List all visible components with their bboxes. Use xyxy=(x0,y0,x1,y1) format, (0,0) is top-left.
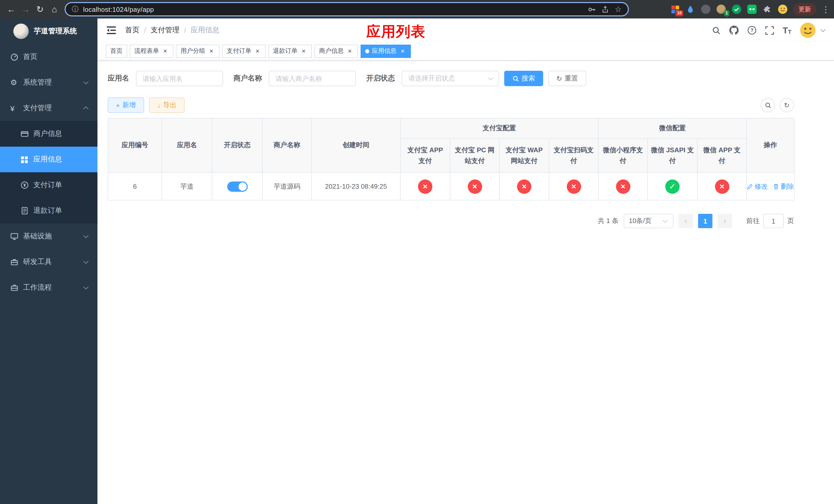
password-key-icon[interactable] xyxy=(588,5,595,13)
breadcrumb-separator: / xyxy=(144,26,146,35)
sidebar-item-merchant-info[interactable]: 商户信息 xyxy=(0,121,97,147)
close-icon[interactable]: × xyxy=(300,47,307,54)
page-size-select[interactable]: 10条/页 xyxy=(624,214,674,228)
sidebar-item-workflow[interactable]: 工作流程 xyxy=(0,275,97,300)
edit-label: 修改 xyxy=(754,182,768,191)
export-button[interactable]: ↓ 导出 xyxy=(149,97,185,113)
app-logo[interactable]: 芋道管理系统 xyxy=(0,19,97,44)
delete-label: 删除 xyxy=(781,182,794,191)
pagination: 共 1 条 10条/页 ‹ 1 › 前往 页 xyxy=(108,214,794,228)
sidebar-item-dev-tools[interactable]: 研发工具 xyxy=(0,249,97,275)
page-title-annotation: 应用列表 xyxy=(366,22,426,42)
extension-check-icon[interactable] xyxy=(731,4,742,14)
status-select[interactable]: 请选择开启状态 xyxy=(402,71,499,86)
chevron-down-icon xyxy=(83,79,88,84)
browser-profile-avatar[interactable] xyxy=(777,4,788,14)
next-page-button[interactable]: › xyxy=(718,214,732,228)
merchant-name-input[interactable] xyxy=(269,71,356,86)
extension-profile-icon[interactable]: 1 xyxy=(716,4,726,14)
tags-view: 首页 流程表单 × 用户分组 × 支付订单 × 退款订单 × xyxy=(97,42,834,61)
group-header-alipay: 支付宝配置 xyxy=(400,118,598,139)
close-icon[interactable]: × xyxy=(208,47,215,54)
sidebar-item-pay[interactable]: ¥ 支付管理 xyxy=(0,95,97,121)
app-name-input[interactable] xyxy=(136,71,223,86)
table-toolbar: + 新增 ↓ 导出 ↻ xyxy=(108,97,794,113)
tab-merchant-info[interactable]: 商户信息 × xyxy=(314,44,358,58)
prev-page-button[interactable]: ‹ xyxy=(679,214,693,228)
breadcrumb-pay[interactable]: 支付管理 xyxy=(151,26,179,35)
alipay-qr-disabled-icon: × xyxy=(567,179,581,193)
sidebar-item-label: 系统管理 xyxy=(23,78,52,87)
wechat-glyph xyxy=(747,5,756,14)
extension-wechat-icon[interactable] xyxy=(747,4,757,14)
browser-forward-button[interactable]: → xyxy=(19,2,33,17)
sidebar-item-system[interactable]: ⚙ 系统管理 xyxy=(0,70,97,95)
share-icon[interactable] xyxy=(601,5,609,13)
col-header-alipay-qr: 支付宝扫码支付 xyxy=(549,139,598,173)
yen-icon: ¥ xyxy=(10,104,23,113)
alipay-app-disabled-icon: × xyxy=(418,179,432,193)
sidebar-item-infra[interactable]: 基础设施 xyxy=(0,224,97,249)
grid-icon xyxy=(21,156,33,163)
goto-page-input[interactable] xyxy=(763,214,784,228)
edit-button[interactable]: 修改 xyxy=(747,182,768,191)
sidebar-item-label: 应用信息 xyxy=(33,155,62,164)
total-count: 共 1 条 xyxy=(598,216,619,226)
tab-label: 应用信息 xyxy=(372,47,396,55)
tab-pay-order[interactable]: 支付订单 × xyxy=(222,44,266,58)
delete-button[interactable]: 删除 xyxy=(773,182,794,191)
extension-drop-icon[interactable] xyxy=(685,4,696,14)
tab-refund-order[interactable]: 退款订单 × xyxy=(268,44,312,58)
bookmark-star-icon[interactable]: ☆ xyxy=(615,5,622,14)
chevron-down-icon[interactable] xyxy=(820,27,826,32)
close-icon[interactable]: × xyxy=(254,47,261,54)
fullscreen-icon[interactable] xyxy=(765,26,774,35)
extension-grid-icon[interactable]: 10 xyxy=(670,4,680,14)
tab-home[interactable]: 首页 xyxy=(106,44,127,58)
add-button[interactable]: + 新增 xyxy=(108,97,144,113)
pay-submenu: 商户信息 应用信息 支付订单 xyxy=(0,121,97,224)
show-search-button[interactable] xyxy=(761,98,775,112)
sidebar-item-home[interactable]: 首页 xyxy=(0,44,97,70)
alipay-pc-disabled-icon: × xyxy=(467,179,482,193)
browser-reload-button[interactable]: ↻ xyxy=(33,2,47,17)
breadcrumb-home[interactable]: 首页 xyxy=(125,26,139,35)
extensions-puzzle-icon[interactable] xyxy=(762,4,772,14)
tab-label: 流程表单 xyxy=(134,47,159,55)
browser-home-button[interactable]: ⌂ xyxy=(47,2,62,17)
current-page-button[interactable]: 1 xyxy=(698,214,712,228)
sidebar-item-pay-order[interactable]: 支付订单 xyxy=(0,172,97,198)
close-icon[interactable]: × xyxy=(346,47,353,54)
sidebar-item-label: 商户信息 xyxy=(33,129,62,138)
github-icon[interactable] xyxy=(729,26,739,35)
status-toggle[interactable] xyxy=(227,181,247,191)
search-button[interactable]: 搜索 xyxy=(504,71,543,86)
close-icon[interactable]: × xyxy=(399,47,406,54)
refresh-icon: ↻ xyxy=(556,75,562,82)
close-icon[interactable]: × xyxy=(161,47,169,54)
extension-dark-icon[interactable] xyxy=(701,4,711,14)
app-table: 应用编号 应用名 开启状态 商户名称 创建时间 支付宝配置 微信配置 操作 支付… xyxy=(108,118,794,201)
search-icon[interactable] xyxy=(712,26,721,35)
hamburger-icon[interactable] xyxy=(107,26,116,35)
sidebar-item-app-info[interactable]: 应用信息 xyxy=(0,147,97,172)
reset-button-label: 重置 xyxy=(565,74,578,83)
font-size-icon[interactable]: TT xyxy=(783,26,791,35)
refresh-table-button[interactable]: ↻ xyxy=(780,98,794,112)
address-bar[interactable]: ⓘ localhost:1024/pay/app ☆ xyxy=(65,2,629,17)
tab-process-form[interactable]: 流程表单 × xyxy=(130,44,173,58)
search-form: 应用名 商户名称 开启状态 请选择开启状态 搜索 ↻ 重置 xyxy=(108,71,794,86)
trash-icon xyxy=(773,183,779,189)
reset-button[interactable]: ↻ 重置 xyxy=(548,71,586,86)
help-icon[interactable]: ? xyxy=(747,26,756,35)
site-info-icon[interactable]: ⓘ xyxy=(72,5,79,14)
sidebar-item-refund-order[interactable]: 退款订单 xyxy=(0,198,97,224)
browser-update-button[interactable]: 更新 xyxy=(793,3,816,15)
sidebar: 芋道管理系统 首页 ⚙ 系统管理 ¥ 支付管理 xyxy=(0,19,97,504)
tab-user-group[interactable]: 用户分组 × xyxy=(176,44,220,58)
col-header-alipay-wap: 支付宝 WAP 网站支付 xyxy=(499,139,549,173)
browser-back-button[interactable]: ← xyxy=(4,2,19,17)
user-avatar[interactable] xyxy=(800,23,815,38)
browser-menu-icon[interactable]: ⋮ xyxy=(822,4,830,14)
tab-app-info[interactable]: 应用信息 × xyxy=(360,44,411,58)
